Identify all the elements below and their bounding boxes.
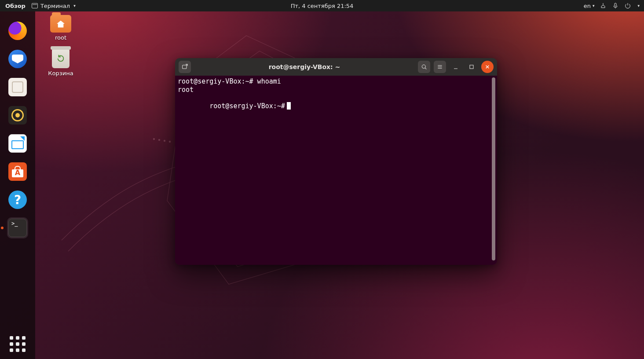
- show-applications-button[interactable]: [9, 335, 26, 353]
- clock[interactable]: Пт, 4 сентября 21:54: [291, 3, 354, 9]
- svg-point-5: [164, 140, 165, 142]
- desktop-icon-home[interactable]: root: [42, 15, 79, 41]
- firefox-icon: [8, 22, 27, 40]
- terminal-window: root@sergiy-VBox: ~ root@sergiy-VBox:~# …: [175, 58, 497, 265]
- desktop-icon-trash[interactable]: Корзина: [42, 49, 79, 77]
- hamburger-icon: [436, 63, 443, 70]
- system-menu-chevron-icon[interactable]: ▾: [637, 4, 640, 8]
- desktop-icons: root Корзина: [42, 15, 79, 84]
- search-icon: [421, 63, 428, 70]
- network-icon[interactable]: [600, 2, 607, 9]
- app-menu-label: Терминал: [40, 3, 70, 9]
- terminal-prompt: root@sergiy-VBox:~#: [209, 102, 285, 110]
- minimize-icon: [452, 63, 459, 70]
- trash-icon: [52, 49, 70, 68]
- svg-point-3: [153, 138, 155, 140]
- svg-rect-9: [470, 65, 473, 69]
- maximize-icon: [468, 63, 475, 70]
- help-icon: ?: [8, 190, 27, 209]
- files-icon: [8, 78, 27, 96]
- dock-item-libreoffice-writer[interactable]: [7, 133, 28, 154]
- libreoffice-writer-icon: [8, 134, 27, 153]
- new-tab-button[interactable]: [179, 61, 191, 73]
- svg-point-8: [422, 65, 425, 68]
- dock-item-help[interactable]: ?: [7, 189, 28, 210]
- ubuntu-software-icon: A: [8, 162, 27, 181]
- desktop-icon-home-label: root: [55, 34, 66, 41]
- terminal-line: root@sergiy-VBox:~# whoami: [178, 77, 494, 86]
- dock-item-terminal[interactable]: [7, 217, 28, 238]
- dock-item-files[interactable]: [7, 77, 28, 98]
- terminal-cursor: [287, 102, 291, 110]
- svg-point-4: [158, 139, 160, 141]
- dock-item-software[interactable]: A: [7, 161, 28, 182]
- top-bar-right: en ▾ ▾: [584, 0, 640, 11]
- terminal-line: root: [178, 86, 494, 94]
- terminal-titlebar[interactable]: root@sergiy-VBox: ~: [175, 58, 497, 76]
- close-button[interactable]: [481, 61, 494, 73]
- ubuntu-software-letter: A: [8, 169, 27, 177]
- hamburger-menu-button[interactable]: [434, 61, 446, 73]
- terminal-icon: [8, 219, 27, 237]
- terminal-title: root@sergiy-VBox: ~: [194, 63, 414, 70]
- microphone-icon[interactable]: [612, 2, 619, 9]
- thunderbird-icon: [8, 50, 27, 68]
- terminal-line: root@sergiy-VBox:~#: [178, 94, 494, 119]
- rhythmbox-icon: [8, 106, 27, 125]
- dock-item-thunderbird[interactable]: [7, 48, 28, 70]
- power-icon[interactable]: [624, 2, 631, 9]
- activities-button[interactable]: Обзор: [5, 3, 26, 9]
- minimize-button[interactable]: [450, 61, 462, 73]
- terminal-miniwin-icon: [32, 3, 38, 8]
- svg-rect-7: [183, 65, 187, 69]
- desktop[interactable]: A ? root Корзина: [0, 11, 644, 359]
- svg-point-6: [169, 141, 171, 143]
- dock-item-rhythmbox[interactable]: [7, 105, 28, 126]
- svg-rect-0: [615, 3, 616, 6]
- search-button[interactable]: [418, 61, 430, 73]
- desktop-icon-trash-label: Корзина: [48, 70, 73, 77]
- input-language-label: en: [584, 3, 591, 9]
- dock-item-firefox[interactable]: [7, 20, 28, 41]
- chevron-down-icon: ▾: [73, 4, 76, 8]
- home-folder-icon: [50, 15, 71, 33]
- terminal-scrollbar[interactable]: [492, 77, 495, 260]
- maximize-button[interactable]: [465, 61, 478, 73]
- top-bar: Обзор Терминал ▾ Пт, 4 сентября 21:54 en…: [0, 0, 644, 11]
- terminal-body[interactable]: root@sergiy-VBox:~# whoami root root@ser…: [175, 76, 497, 265]
- input-language-menu[interactable]: en ▾: [584, 3, 595, 9]
- top-bar-left: Обзор Терминал ▾: [0, 3, 77, 9]
- app-menu[interactable]: Терминал ▾: [30, 3, 77, 9]
- chevron-down-icon: ▾: [592, 4, 595, 8]
- close-icon: [484, 63, 491, 70]
- dock: A ?: [0, 11, 35, 359]
